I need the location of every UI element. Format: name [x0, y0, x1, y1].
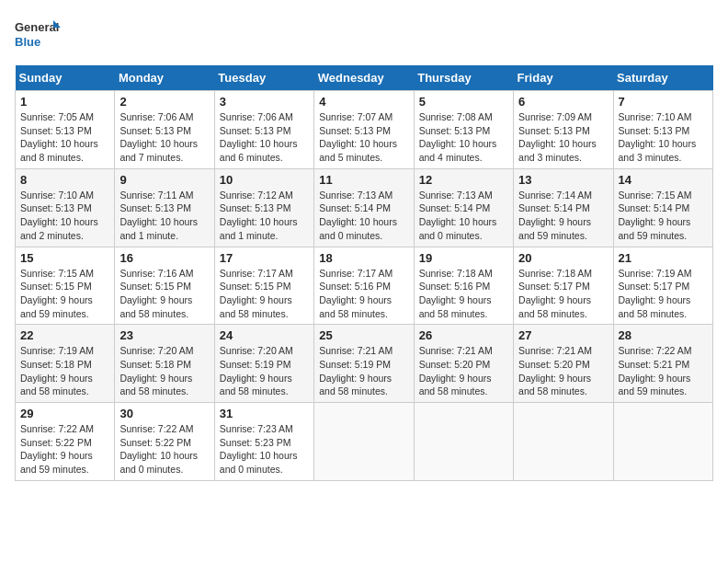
day-info: Sunrise: 7:20 AMSunset: 5:19 PMDaylight:…: [220, 344, 309, 398]
week-row-3: 15Sunrise: 7:15 AMSunset: 5:15 PMDayligh…: [16, 247, 713, 325]
calendar-cell: 10Sunrise: 7:12 AMSunset: 5:13 PMDayligh…: [214, 168, 313, 247]
day-info: Sunrise: 7:20 AMSunset: 5:18 PMDaylight:…: [119, 344, 209, 398]
day-number: 21: [619, 251, 708, 265]
day-number: 31: [220, 407, 309, 420]
col-header-friday: Friday: [514, 65, 613, 91]
day-number: 19: [419, 251, 508, 265]
calendar-cell: 7Sunrise: 7:10 AMSunset: 5:13 PMDaylight…: [613, 91, 712, 169]
day-info: Sunrise: 7:15 AMSunset: 5:15 PMDaylight:…: [20, 267, 109, 321]
col-header-thursday: Thursday: [414, 65, 513, 91]
logo: General Blue: [15, 15, 61, 56]
svg-text:General: General: [15, 20, 59, 34]
week-row-1: 1Sunrise: 7:05 AMSunset: 5:13 PMDaylight…: [16, 91, 713, 169]
day-number: 7: [619, 95, 708, 109]
day-number: 10: [220, 173, 309, 187]
calendar-cell: 13Sunrise: 7:14 AMSunset: 5:14 PMDayligh…: [514, 168, 613, 247]
day-info: Sunrise: 7:21 AMSunset: 5:19 PMDaylight:…: [319, 344, 408, 398]
day-info: Sunrise: 7:18 AMSunset: 5:17 PMDaylight:…: [518, 267, 608, 321]
day-info: Sunrise: 7:06 AMSunset: 5:13 PMDaylight:…: [220, 110, 309, 165]
calendar-table: SundayMondayTuesdayWednesdayThursdayFrid…: [15, 65, 713, 481]
day-number: 24: [220, 328, 309, 342]
day-info: Sunrise: 7:08 AMSunset: 5:13 PMDaylight:…: [419, 110, 508, 165]
calendar-cell: 1Sunrise: 7:05 AMSunset: 5:13 PMDaylight…: [16, 91, 115, 169]
calendar-cell: 29Sunrise: 7:22 AMSunset: 5:22 PMDayligh…: [16, 403, 115, 481]
page-header: General Blue: [15, 15, 713, 56]
calendar-cell: 22Sunrise: 7:19 AMSunset: 5:18 PMDayligh…: [16, 325, 115, 403]
day-info: Sunrise: 7:22 AMSunset: 5:22 PMDaylight:…: [119, 422, 209, 477]
day-number: 5: [419, 95, 508, 109]
day-info: Sunrise: 7:18 AMSunset: 5:16 PMDaylight:…: [419, 267, 508, 321]
day-number: 20: [518, 251, 608, 265]
calendar-cell: 18Sunrise: 7:17 AMSunset: 5:16 PMDayligh…: [314, 247, 414, 325]
day-info: Sunrise: 7:22 AMSunset: 5:22 PMDaylight:…: [20, 422, 109, 477]
calendar-cell: 23Sunrise: 7:20 AMSunset: 5:18 PMDayligh…: [115, 325, 214, 403]
day-number: 22: [20, 328, 109, 342]
day-number: 17: [220, 251, 309, 265]
day-number: 15: [20, 251, 109, 265]
calendar-cell: 9Sunrise: 7:11 AMSunset: 5:13 PMDaylight…: [115, 168, 214, 247]
day-info: Sunrise: 7:13 AMSunset: 5:14 PMDaylight:…: [319, 189, 408, 243]
calendar-cell: [514, 403, 613, 481]
calendar-cell: 16Sunrise: 7:16 AMSunset: 5:15 PMDayligh…: [115, 247, 214, 325]
day-number: 11: [319, 173, 408, 187]
day-number: 1: [20, 95, 109, 109]
calendar-cell: 3Sunrise: 7:06 AMSunset: 5:13 PMDaylight…: [214, 91, 313, 169]
calendar-cell: 2Sunrise: 7:06 AMSunset: 5:13 PMDaylight…: [115, 91, 214, 169]
calendar-cell: 25Sunrise: 7:21 AMSunset: 5:19 PMDayligh…: [314, 325, 414, 403]
day-number: 23: [119, 328, 209, 342]
calendar-cell: 4Sunrise: 7:07 AMSunset: 5:13 PMDaylight…: [314, 91, 414, 169]
day-number: 29: [20, 407, 109, 420]
calendar-cell: 19Sunrise: 7:18 AMSunset: 5:16 PMDayligh…: [414, 247, 513, 325]
day-info: Sunrise: 7:11 AMSunset: 5:13 PMDaylight:…: [119, 189, 209, 243]
col-header-saturday: Saturday: [613, 65, 712, 91]
day-number: 3: [220, 95, 309, 109]
calendar-cell: 27Sunrise: 7:21 AMSunset: 5:20 PMDayligh…: [514, 325, 613, 403]
day-info: Sunrise: 7:09 AMSunset: 5:13 PMDaylight:…: [518, 110, 608, 165]
day-info: Sunrise: 7:07 AMSunset: 5:13 PMDaylight:…: [319, 110, 408, 165]
day-info: Sunrise: 7:21 AMSunset: 5:20 PMDaylight:…: [518, 344, 608, 398]
day-number: 26: [419, 328, 508, 342]
col-header-wednesday: Wednesday: [314, 65, 414, 91]
day-info: Sunrise: 7:06 AMSunset: 5:13 PMDaylight:…: [119, 110, 209, 165]
calendar-cell: 24Sunrise: 7:20 AMSunset: 5:19 PMDayligh…: [214, 325, 313, 403]
day-info: Sunrise: 7:19 AMSunset: 5:17 PMDaylight:…: [619, 267, 708, 321]
col-header-tuesday: Tuesday: [214, 65, 313, 91]
week-row-2: 8Sunrise: 7:10 AMSunset: 5:13 PMDaylight…: [16, 168, 713, 247]
day-info: Sunrise: 7:10 AMSunset: 5:13 PMDaylight:…: [20, 189, 109, 243]
svg-text:Blue: Blue: [15, 35, 40, 49]
calendar-cell: 5Sunrise: 7:08 AMSunset: 5:13 PMDaylight…: [414, 91, 513, 169]
day-number: 6: [518, 95, 608, 109]
logo-svg: General Blue: [15, 15, 61, 56]
day-number: 28: [619, 328, 708, 342]
calendar-cell: 11Sunrise: 7:13 AMSunset: 5:14 PMDayligh…: [314, 168, 414, 247]
calendar-cell: 14Sunrise: 7:15 AMSunset: 5:14 PMDayligh…: [613, 168, 712, 247]
week-row-5: 29Sunrise: 7:22 AMSunset: 5:22 PMDayligh…: [16, 403, 713, 481]
day-info: Sunrise: 7:21 AMSunset: 5:20 PMDaylight:…: [419, 344, 508, 398]
calendar-cell: 30Sunrise: 7:22 AMSunset: 5:22 PMDayligh…: [115, 403, 214, 481]
day-number: 14: [619, 173, 708, 187]
calendar-cell: 21Sunrise: 7:19 AMSunset: 5:17 PMDayligh…: [613, 247, 712, 325]
calendar-cell: 6Sunrise: 7:09 AMSunset: 5:13 PMDaylight…: [514, 91, 613, 169]
calendar-cell: 20Sunrise: 7:18 AMSunset: 5:17 PMDayligh…: [514, 247, 613, 325]
day-info: Sunrise: 7:17 AMSunset: 5:15 PMDaylight:…: [220, 267, 309, 321]
day-number: 18: [319, 251, 408, 265]
day-number: 16: [119, 251, 209, 265]
day-info: Sunrise: 7:16 AMSunset: 5:15 PMDaylight:…: [119, 267, 209, 321]
day-number: 13: [518, 173, 608, 187]
day-number: 9: [119, 173, 209, 187]
calendar-cell: 8Sunrise: 7:10 AMSunset: 5:13 PMDaylight…: [16, 168, 115, 247]
calendar-cell: 15Sunrise: 7:15 AMSunset: 5:15 PMDayligh…: [16, 247, 115, 325]
day-info: Sunrise: 7:17 AMSunset: 5:16 PMDaylight:…: [319, 267, 408, 321]
day-info: Sunrise: 7:15 AMSunset: 5:14 PMDaylight:…: [619, 189, 708, 243]
day-number: 2: [119, 95, 209, 109]
day-number: 30: [119, 407, 209, 420]
calendar-cell: [414, 403, 513, 481]
calendar-cell: 26Sunrise: 7:21 AMSunset: 5:20 PMDayligh…: [414, 325, 513, 403]
day-number: 27: [518, 328, 608, 342]
calendar-cell: [613, 403, 712, 481]
day-info: Sunrise: 7:13 AMSunset: 5:14 PMDaylight:…: [419, 189, 508, 243]
day-number: 8: [20, 173, 109, 187]
day-info: Sunrise: 7:23 AMSunset: 5:23 PMDaylight:…: [220, 422, 309, 477]
day-info: Sunrise: 7:12 AMSunset: 5:13 PMDaylight:…: [220, 189, 309, 243]
calendar-cell: [314, 403, 414, 481]
